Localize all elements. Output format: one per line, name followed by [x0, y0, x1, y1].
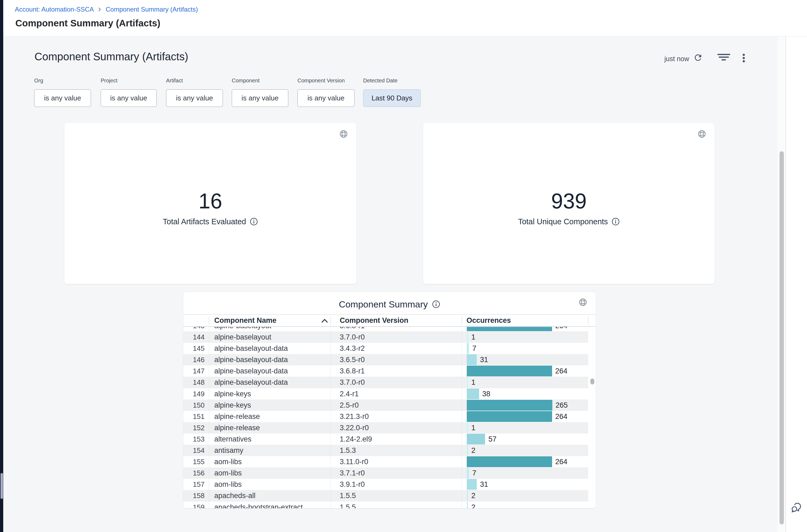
filter-org[interactable]: is any value: [34, 89, 91, 107]
component-name-cell: alpine-baselayout-data: [214, 377, 288, 388]
occurrences-value: 31: [480, 479, 488, 490]
table-row[interactable]: 154antisamy1.5.32: [183, 445, 588, 456]
table-row[interactable]: 158apacheds-all1.5.52: [183, 490, 588, 501]
tile-value: 939: [423, 190, 715, 213]
table-row[interactable]: 156aom-libs3.7.1-r07: [183, 468, 588, 479]
component-version-cell: 3.21.3-r0: [340, 411, 369, 422]
occurrences-value: 57: [488, 434, 496, 445]
breadcrumb-page-link[interactable]: Component Summary (Artifacts): [105, 5, 198, 14]
dashboard-scrollbar-thumb[interactable]: [780, 151, 784, 525]
component-version-cell: 2.5-r0: [340, 400, 359, 411]
table-row[interactable]: 144alpine-baselayout3.7.0-r01: [183, 331, 588, 343]
component-name-cell: aom-libs: [214, 479, 242, 490]
table-row[interactable]: 155aom-libs3.11.0-r0264: [183, 456, 588, 468]
table-scrollbar-thumb[interactable]: [590, 379, 594, 384]
dashboard-scrollbar-track[interactable]: [777, 37, 786, 532]
kebab-icon: [740, 54, 748, 63]
occurrences-bar: [467, 354, 477, 365]
occurrences-value: 1: [471, 331, 475, 343]
tile-total-unique-components: 939 Total Unique Components: [423, 123, 715, 284]
column-header-occurrences[interactable]: Occurrences: [466, 315, 511, 326]
table-row[interactable]: 148alpine-baselayout-data3.7.0-r01: [183, 377, 588, 388]
component-name-cell: alpine-baselayout-data: [214, 354, 288, 365]
occurrences-bar: [467, 411, 552, 422]
refresh-icon: [693, 53, 703, 62]
filter-project[interactable]: is any value: [101, 89, 157, 107]
column-header-component-name[interactable]: Component Name: [214, 315, 276, 326]
table-row[interactable]: 149alpine-keys2.4-r138: [183, 388, 588, 400]
component-version-cell: 2.4-r1: [340, 388, 359, 400]
table-row[interactable]: 153alternatives1.24-2.el957: [183, 434, 588, 445]
component-name-cell: antisamy: [214, 445, 243, 456]
refresh-button[interactable]: [693, 53, 703, 62]
filter-detected-date[interactable]: Last 90 Days: [363, 89, 421, 107]
component-version-cell: 3.7.0-r0: [340, 377, 365, 388]
sort-asc-icon[interactable]: [321, 319, 328, 323]
component-summary-card: Component Summary Component Name Compone…: [183, 292, 596, 508]
table-row[interactable]: 159apacheds-bootstrap-extract1.5.52: [183, 501, 588, 509]
info-icon[interactable]: [250, 217, 258, 226]
occurrences-value: 7: [472, 343, 476, 354]
filter-icon: [717, 54, 731, 61]
component-version-cell: 3.7.0-r0: [340, 331, 365, 343]
component-name-cell: aom-libs: [214, 456, 242, 468]
occurrences-value: 264: [555, 456, 568, 468]
filter-label-detected-date: Detected Date: [363, 77, 398, 84]
left-sidebar-collapsed[interactable]: [0, 0, 3, 532]
filter-artifact[interactable]: is any value: [166, 89, 223, 107]
globe-icon: [579, 298, 587, 306]
breadcrumb: Account: Automation-SSCA Component Summa…: [15, 5, 198, 14]
filter-component-version[interactable]: is any value: [297, 89, 354, 107]
occurrences-value: 1: [471, 377, 475, 388]
table-row[interactable]: 143alpine-baselayout3.6.8-r1264: [183, 327, 588, 331]
table-row[interactable]: 152alpine-release3.22.0-r01: [183, 422, 588, 434]
occurrences-value: 2: [471, 501, 475, 509]
column-header-component-version[interactable]: Component Version: [340, 315, 408, 326]
filter-label-component-version: Component Version: [297, 77, 345, 84]
sidebar-scrollbar-thumb[interactable]: [1, 473, 3, 499]
help-chat-button[interactable]: [791, 502, 802, 513]
occurrences-value: 264: [555, 411, 568, 422]
table-row[interactable]: 157aom-libs3.9.1-r031: [183, 479, 588, 490]
filter-component[interactable]: is any value: [232, 89, 288, 107]
table-row[interactable]: 150alpine-keys2.5-r0265: [183, 400, 588, 411]
table-row[interactable]: 151alpine-release3.21.3-r0264: [183, 411, 588, 422]
row-index: 155: [183, 456, 205, 468]
component-version-cell: 3.6.8-r1: [340, 365, 365, 377]
filter-label-component: Component: [232, 77, 260, 84]
component-version-cell: 3.22.0-r0: [340, 422, 369, 434]
table-row[interactable]: 145alpine-baselayout-data3.4.3-r27: [183, 343, 588, 354]
component-name-cell: alpine-baselayout: [214, 327, 271, 331]
component-name-cell: alpine-baselayout-data: [214, 343, 288, 354]
row-index: 144: [183, 331, 205, 343]
filter-label-artifact: Artifact: [166, 77, 183, 84]
table-body[interactable]: 143alpine-baselayout3.6.8-r1264144alpine…: [183, 327, 588, 508]
occurrences-bar: [467, 377, 468, 388]
component-version-cell: 3.7.1-r0: [340, 468, 365, 479]
table-row[interactable]: 146alpine-baselayout-data3.6.5-r031: [183, 354, 588, 365]
component-version-cell: 3.11.0-r0: [340, 456, 368, 468]
occurrences-value: 264: [555, 327, 568, 331]
row-index: 149: [183, 388, 205, 400]
component-name-cell: alternatives: [214, 434, 251, 445]
dashboard-filters-button[interactable]: [717, 54, 731, 61]
row-index: 148: [183, 377, 205, 388]
occurrences-value: 264: [555, 365, 568, 377]
component-name-cell: aom-libs: [214, 468, 242, 479]
info-icon[interactable]: [612, 217, 620, 226]
more-options-button[interactable]: [740, 54, 748, 63]
occurrences-value: 2: [471, 490, 475, 501]
occurrences-value: 265: [556, 400, 568, 411]
occurrences-bar: [467, 343, 469, 354]
info-icon[interactable]: [432, 300, 440, 308]
component-name-cell: apacheds-all: [214, 490, 255, 501]
component-version-cell: 1.5.3: [340, 445, 356, 456]
table-row[interactable]: 147alpine-baselayout-data3.6.8-r1264: [183, 365, 588, 377]
tile-label: Total Unique Components: [518, 217, 608, 226]
chat-icon: [791, 502, 802, 513]
component-name-cell: alpine-baselayout-data: [214, 365, 288, 377]
breadcrumb-account-link[interactable]: Account: Automation-SSCA: [15, 5, 94, 14]
occurrences-bar: [467, 422, 468, 433]
row-index: 147: [183, 365, 205, 377]
table-title: Component Summary: [339, 298, 428, 310]
